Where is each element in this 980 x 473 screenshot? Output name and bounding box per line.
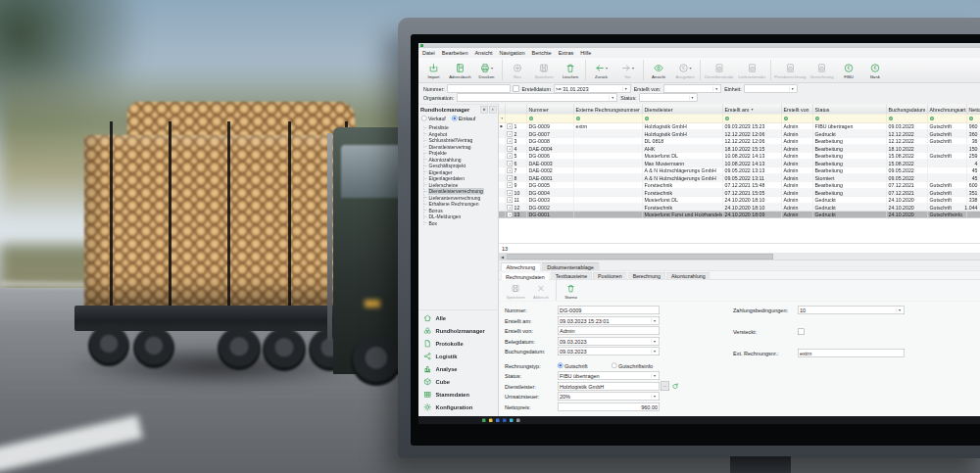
toolbar-button[interactable]: Ansicht — [646, 61, 672, 79]
chevron-down-icon[interactable]: ▾ — [491, 66, 493, 71]
chevron-down-icon[interactable]: ▾ — [652, 395, 659, 400]
module-nav-item[interactable]: Cube — [418, 375, 499, 388]
filter-add-cell[interactable] — [967, 115, 980, 123]
radio-einkauf[interactable]: Einkauf — [452, 116, 476, 121]
menu-item[interactable]: Datei — [422, 50, 435, 56]
toolbar-button[interactable]: Preisberechnung — [772, 61, 808, 79]
table-row[interactable]: +4 DAE-0004 AHK 18.10.2022 15:15 Admin B… — [499, 145, 980, 153]
toolbar-button[interactable]: Lieferantenabr. — [736, 61, 767, 79]
taskbar-app-icon[interactable] — [516, 418, 520, 422]
toolbar-button[interactable]: Neu — [505, 61, 531, 79]
nummer-field[interactable]: DG-0009 — [558, 307, 660, 315]
belegdatum-field[interactable]: 09.03.2023▾ — [558, 337, 660, 346]
subtab[interactable]: Berechnung — [628, 272, 665, 280]
form-toolbar-button[interactable]: Speichern — [503, 281, 528, 300]
module-nav-item[interactable]: Analyse — [418, 362, 499, 375]
filter-add-cell[interactable] — [928, 115, 967, 123]
filter-add-cell[interactable] — [574, 115, 643, 123]
column-header[interactable]: Status — [813, 105, 887, 115]
table-row[interactable]: +6 DAE-0003 Max Mustermann 10.08.2022 14… — [499, 160, 980, 167]
expand-icon[interactable]: + — [508, 175, 514, 181]
os-taskbar[interactable] — [418, 416, 980, 424]
erstelldatum-checkbox[interactable] — [514, 86, 519, 92]
toolbar-button[interactable]: ▾ Zurück — [588, 61, 614, 79]
toolbar-button[interactable]: ▾ Vor — [614, 61, 641, 79]
table-row[interactable]: +7 DAE-0002 A & N Holzschlägerungs GmbH … — [499, 167, 980, 175]
column-header[interactable]: Abrechnungsart — [928, 105, 967, 115]
chevron-down-icon[interactable]: ▾ — [652, 318, 659, 323]
zahlungsbedingungen-field[interactable]: 10▾ — [798, 307, 905, 315]
versteckt-checkbox[interactable] — [798, 329, 805, 336]
subtab[interactable]: Rechnungsdaten — [501, 273, 550, 281]
ext-rechnungsnr-field[interactable]: extrn — [798, 349, 905, 357]
chevron-down-icon[interactable]: ▾ — [622, 86, 629, 91]
filter-nummer-input[interactable] — [448, 85, 511, 93]
subtab[interactable]: Positionen — [593, 272, 627, 280]
menu-item[interactable]: Berichte — [531, 50, 551, 56]
filter-add-cell[interactable] — [782, 115, 813, 123]
radio-icon[interactable] — [421, 116, 427, 121]
nettopreis-field[interactable]: 960,00 — [558, 402, 660, 411]
table-row[interactable]: +13 DG-0001 Musterforst Forst und Holzha… — [499, 212, 980, 219]
toolbar-button[interactable]: Löschen — [558, 61, 584, 79]
table-row[interactable]: +11 DG-0003 Musterforst DL 24.10.2020 18… — [499, 197, 980, 205]
toolbar-button[interactable]: Verrechnung — [808, 61, 835, 79]
taskbar-app-icon[interactable] — [496, 418, 500, 422]
status-field[interactable]: FIBU übertragen▾ — [558, 372, 660, 381]
expand-icon[interactable]: + — [508, 131, 514, 137]
radio-icon[interactable] — [612, 363, 617, 369]
form-toolbar-button[interactable]: Abbruch — [528, 281, 554, 300]
chevron-down-icon[interactable]: ▾ — [652, 374, 659, 379]
form-toolbar-button[interactable]: Storno — [559, 281, 584, 300]
column-header[interactable]: Dienstleister — [643, 105, 723, 115]
table-row[interactable]: +8 DAE-0001 A & N Holzschlägerungs GmbH … — [499, 174, 980, 182]
scrollbar-thumb[interactable] — [508, 254, 774, 260]
filter-erstelldatum-select[interactable]: >= 31.01.2023▾ — [554, 85, 631, 93]
table-row[interactable]: +9 DG-0005 Forsttechnik 07.12.2021 15:48… — [499, 182, 980, 190]
toolbar-button[interactable]: Speichern — [531, 61, 558, 79]
column-header[interactable]: Erstellt am▼ — [723, 105, 782, 115]
chevron-down-icon[interactable]: ▾ — [652, 339, 659, 344]
expand-icon[interactable]: + — [508, 197, 514, 203]
module-nav-item[interactable]: Stammdaten — [418, 388, 499, 401]
expand-icon[interactable]: + — [508, 190, 514, 196]
table-row[interactable]: +12 DG-0002 Forsttechnik 24.10.2020 18:1… — [499, 204, 980, 212]
toolbar-button[interactable]: Import — [420, 61, 447, 79]
expand-icon[interactable]: + — [508, 182, 514, 188]
radio-verkauf[interactable]: Verkauf — [421, 116, 446, 121]
scroll-left-icon[interactable]: ◀ — [499, 254, 507, 260]
filter-add-cell[interactable] — [643, 115, 723, 123]
filter-organisation-select[interactable]: ▾ — [457, 94, 617, 102]
module-nav-item[interactable]: Rundholzmanager — [418, 324, 499, 337]
toolbar-button[interactable]: FIBU — [836, 61, 862, 79]
module-nav-item[interactable]: Alle — [418, 311, 499, 324]
filter-add-cell[interactable] — [813, 115, 887, 123]
expand-icon[interactable]: + — [508, 167, 514, 173]
expand-icon[interactable]: + — [508, 138, 514, 144]
filter-add-cell[interactable] — [527, 115, 574, 123]
collapse-button[interactable]: ‹ — [489, 106, 497, 114]
menu-item[interactable]: Bearbeiten — [442, 50, 468, 56]
expand-icon[interactable]: + — [508, 205, 514, 211]
chevron-down-icon[interactable]: ▾ — [713, 86, 720, 91]
filter-einheit-select[interactable]: ▾ — [745, 85, 798, 93]
column-header[interactable]: Erstellt von — [782, 105, 813, 115]
chevron-down-icon[interactable]: ▾ — [789, 86, 796, 91]
radio-icon-selected[interactable] — [558, 363, 564, 369]
menu-item[interactable]: Ansicht — [474, 50, 492, 56]
radio-icon-selected[interactable] — [452, 116, 458, 121]
browse-button[interactable]: ... — [661, 382, 669, 392]
column-header[interactable]: Buchungsdatum — [887, 105, 928, 115]
horizontal-scrollbar[interactable]: ◀ — [499, 254, 980, 261]
taskbar-app-icon[interactable] — [482, 418, 486, 422]
expand-icon[interactable]: + — [508, 123, 514, 129]
toolbar-button[interactable]: ▾ Drucken — [473, 61, 500, 79]
menu-item[interactable]: Hilfe — [580, 50, 591, 56]
chevron-down-icon[interactable]: ▾ — [897, 308, 904, 313]
tab[interactable]: Abrechnung — [501, 262, 541, 271]
taskbar-app-icon[interactable] — [503, 418, 507, 422]
filter-status-select[interactable]: ▾ — [640, 94, 698, 102]
filter-add-cell[interactable] — [887, 115, 928, 123]
table-row[interactable]: +3 DG-0008 DL 0818 12.12.2022 12:06 Admi… — [499, 138, 980, 146]
taskbar-app-icon[interactable] — [489, 418, 493, 422]
